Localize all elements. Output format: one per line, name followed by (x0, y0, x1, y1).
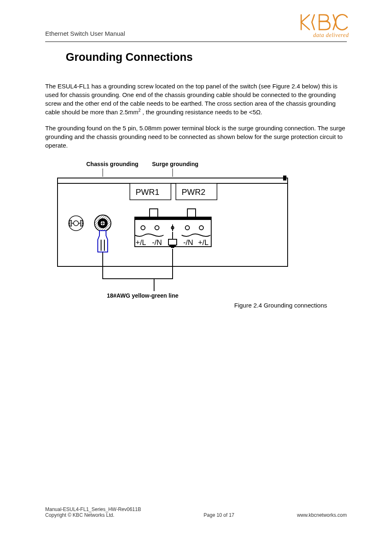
label-pwr1: PWR1 (136, 187, 159, 197)
kbc-logo-icon (295, 12, 349, 32)
label-pin-plus-l-2: +/L (198, 238, 209, 247)
header-rule (45, 42, 347, 42)
paragraph-1: The ESUL4-FL1 has a grounding screw loca… (45, 82, 347, 116)
header-title: Ethernet Switch User Manual (45, 30, 125, 37)
body-copy: The ESUL4-FL1 has a grounding screw loca… (45, 82, 347, 150)
brand-logo: data delivered (295, 12, 349, 39)
svg-point-30 (155, 226, 159, 230)
svg-point-33 (185, 226, 189, 230)
svg-rect-8 (284, 176, 286, 180)
svg-point-34 (199, 226, 203, 230)
page-header: Ethernet Switch User Manual (45, 12, 347, 40)
footer-page-number: Page 10 of 17 (204, 512, 235, 518)
svg-point-29 (141, 226, 145, 230)
label-pin-minus-n-2: -/N (183, 238, 193, 247)
svg-line-2 (301, 22, 309, 30)
brand-tagline: data delivered (295, 32, 349, 39)
footer-copyright: Copyright © KBC Networks Ltd. (45, 512, 141, 518)
paragraph-2: The grounding found on the 5 pin, 5.08mm… (45, 124, 347, 150)
svg-rect-26 (187, 209, 196, 217)
footer-url: www.kbcnetworks.com (297, 512, 347, 518)
svg-point-15 (74, 221, 78, 226)
label-surge-grounding: Surge grounding (152, 161, 198, 167)
figure-caption: Figure 2.4 Grounding connections (234, 302, 347, 309)
svg-rect-14 (81, 220, 82, 226)
label-pwr2: PWR2 (182, 187, 205, 197)
footer-doc-id: Manual-ESUL4-FL1_Series_HW-Rev0611B (45, 506, 141, 512)
label-pin-minus-n-1: -/N (152, 238, 162, 247)
svg-rect-13 (70, 220, 71, 226)
svg-rect-36 (168, 239, 177, 245)
page-footer: Manual-ESUL4-FL1_Series_HW-Rev0611B Copy… (45, 506, 347, 518)
svg-line-1 (301, 15, 309, 22)
label-wire: 18#AWG yellow-green line (107, 292, 178, 299)
figure-grounding-diagram: Chassis grounding Surge grounding (53, 160, 347, 309)
section-heading: Grounding Connections (66, 51, 347, 64)
label-pin-plus-l-1: +/L (136, 238, 146, 247)
svg-rect-25 (150, 209, 158, 217)
label-chassis-grounding: Chassis grounding (86, 161, 138, 167)
